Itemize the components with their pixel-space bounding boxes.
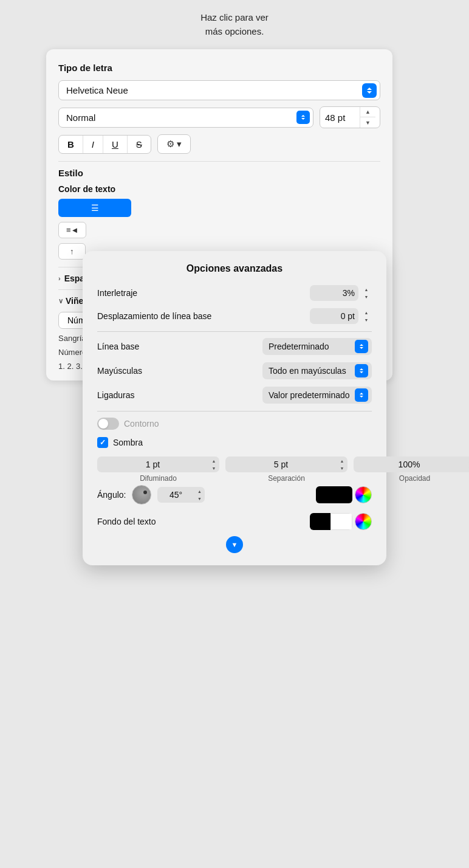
angle-input[interactable] bbox=[157, 487, 194, 503]
font-name-select-wrapper: Helvetica Neue bbox=[58, 80, 380, 100]
bold-button[interactable]: B bbox=[59, 136, 83, 153]
interletraje-input[interactable] bbox=[322, 285, 358, 301]
blur-value-box: ▲ ▼ bbox=[97, 456, 219, 472]
opacidad-input[interactable] bbox=[354, 456, 465, 472]
contorno-toggle[interactable] bbox=[97, 418, 119, 430]
mayusculas-label: Mayúsculas bbox=[97, 366, 142, 376]
mayusculas-select-wrap: Todo en mayúsculas bbox=[262, 362, 372, 379]
shadow-color-swatch[interactable] bbox=[316, 486, 352, 503]
divider-2 bbox=[97, 411, 372, 412]
align-center-icon: ☰ bbox=[91, 203, 99, 213]
fondo-color-wheel-button[interactable] bbox=[355, 513, 372, 530]
interletraje-up-button[interactable]: ▲ bbox=[361, 286, 372, 293]
blur-label: Difuminado bbox=[140, 474, 177, 483]
opacidad-label: Opacidad bbox=[399, 474, 430, 483]
interletraje-down-button[interactable]: ▼ bbox=[361, 293, 372, 300]
interletraje-stepper: ▲ ▼ bbox=[361, 286, 372, 300]
linea-base-label: Línea base bbox=[97, 342, 139, 351]
angle-dial[interactable] bbox=[132, 485, 151, 505]
sep-down-button[interactable]: ▼ bbox=[337, 464, 347, 472]
strikethrough-button[interactable]: S bbox=[128, 136, 151, 153]
desplazamiento-up-button[interactable]: ▲ bbox=[361, 309, 372, 316]
fondo-swatch-white bbox=[330, 513, 352, 530]
tooltip-top-line1: Haz clic para ver bbox=[200, 12, 269, 22]
shadow-color-wrap bbox=[316, 486, 372, 503]
baseline-shift-control[interactable]: ↑ bbox=[58, 243, 86, 260]
shadow-color-wheel-button[interactable] bbox=[355, 486, 372, 503]
italic-button[interactable]: I bbox=[83, 136, 103, 153]
popup-scroll-down-wrap bbox=[97, 536, 372, 553]
font-size-stepper: ▲ ▼ bbox=[360, 107, 375, 128]
ligaduras-select-wrap: Valor predeterminado bbox=[262, 387, 372, 404]
sep-col: ▲ ▼ Separación bbox=[225, 456, 347, 483]
fondo-swatch-black bbox=[310, 513, 330, 530]
mayusculas-row: Mayúsculas Todo en mayúsculas bbox=[97, 362, 372, 379]
sombra-row: Sombra bbox=[97, 437, 372, 448]
contorno-label: Contorno bbox=[124, 419, 159, 429]
linea-base-select[interactable]: Predeterminado bbox=[262, 338, 372, 355]
blur-col: ▲ ▼ Difuminado bbox=[97, 456, 219, 483]
format-row: B I U S ⚙ ▾ bbox=[58, 134, 380, 154]
style-size-row: Normal ▲ ▼ bbox=[58, 106, 380, 128]
desplazamiento-label: Desplazamiento de línea base bbox=[97, 311, 211, 321]
angle-down-button[interactable]: ▼ bbox=[194, 495, 205, 502]
font-size-up-button[interactable]: ▲ bbox=[360, 107, 375, 117]
linea-base-select-wrap: Predeterminado bbox=[262, 338, 372, 355]
opacidad-value-box: ▲ ▼ bbox=[354, 456, 469, 472]
format-button-group: B I U S bbox=[58, 135, 151, 154]
indent-icon: ≡◄ bbox=[66, 226, 78, 235]
ligaduras-select[interactable]: Valor predeterminado bbox=[262, 387, 372, 404]
divider-1 bbox=[97, 331, 372, 332]
gear-button[interactable]: ⚙ ▾ bbox=[157, 134, 191, 154]
fondo-label: Fondo del texto bbox=[97, 517, 156, 526]
angle-row: Ángulo: ▲ ▼ bbox=[97, 485, 372, 505]
tooltip-top-line2: más opciones. bbox=[205, 26, 264, 36]
popup-title: Opciones avanzadas bbox=[97, 263, 372, 274]
desplazamiento-input[interactable] bbox=[322, 308, 358, 324]
desplazamiento-value-box bbox=[310, 308, 358, 324]
sep-up-button[interactable]: ▲ bbox=[337, 457, 347, 464]
color-texto-label: Color de texto bbox=[58, 184, 380, 194]
underline-button[interactable]: U bbox=[103, 136, 128, 153]
font-size-input[interactable] bbox=[320, 108, 360, 127]
font-style-select[interactable]: Normal bbox=[58, 108, 313, 128]
desplazamiento-down-button[interactable]: ▼ bbox=[361, 316, 372, 323]
section-title: Tipo de letra bbox=[58, 63, 380, 73]
fondo-row: Fondo del texto bbox=[97, 513, 372, 530]
angle-up-button[interactable]: ▲ bbox=[194, 487, 205, 495]
opacidad-down-button[interactable]: ▼ bbox=[465, 464, 469, 472]
angulo-label: Ángulo: bbox=[97, 490, 126, 500]
sep-input[interactable] bbox=[225, 456, 337, 472]
fondo-color-swatch[interactable] bbox=[310, 513, 352, 530]
fondo-swatch-wrap bbox=[310, 513, 372, 530]
indent-control[interactable]: ≡◄ bbox=[58, 222, 86, 238]
blur-up-button[interactable]: ▲ bbox=[208, 457, 219, 464]
blur-stepper: ▲ ▼ bbox=[208, 457, 219, 472]
interletraje-value-box bbox=[310, 285, 358, 301]
estilo-section-title: Estilo bbox=[58, 161, 380, 184]
shadow-values-row: ▲ ▼ Difuminado ▲ ▼ Separación bbox=[97, 456, 372, 483]
gear-icon: ⚙ bbox=[166, 139, 174, 150]
desplazamiento-stepper: ▲ ▼ bbox=[361, 309, 372, 323]
interletraje-label: Interletraje bbox=[97, 288, 137, 298]
arrow-up-icon: ↑ bbox=[70, 247, 74, 256]
sombra-checkbox[interactable] bbox=[97, 437, 108, 448]
mayusculas-select[interactable]: Todo en mayúsculas bbox=[262, 362, 372, 379]
opacidad-up-button[interactable]: ▲ bbox=[465, 457, 469, 464]
font-name-select[interactable]: Helvetica Neue bbox=[58, 80, 380, 100]
font-name-row: Helvetica Neue bbox=[58, 80, 380, 100]
blur-down-button[interactable]: ▼ bbox=[208, 464, 219, 472]
font-size-input-wrap: ▲ ▼ bbox=[320, 106, 380, 128]
ligaduras-row: Ligaduras Valor predeterminado bbox=[97, 387, 372, 404]
ligaduras-label: Ligaduras bbox=[97, 390, 135, 400]
blur-input[interactable] bbox=[97, 456, 208, 472]
alignment-bar[interactable]: ☰ bbox=[58, 199, 131, 217]
bullets-chevron-icon: ∨ bbox=[58, 297, 63, 305]
font-size-down-button[interactable]: ▼ bbox=[360, 117, 375, 128]
gear-chevron-icon: ▾ bbox=[177, 139, 182, 150]
sep-label: Separación bbox=[268, 474, 305, 483]
popup-scroll-down-button[interactable] bbox=[226, 536, 243, 553]
angle-value-wrap: ▲ ▼ bbox=[157, 487, 205, 503]
linea-base-row: Línea base Predeterminado bbox=[97, 338, 372, 355]
interletraje-row: Interletraje ▲ ▼ bbox=[97, 285, 372, 301]
